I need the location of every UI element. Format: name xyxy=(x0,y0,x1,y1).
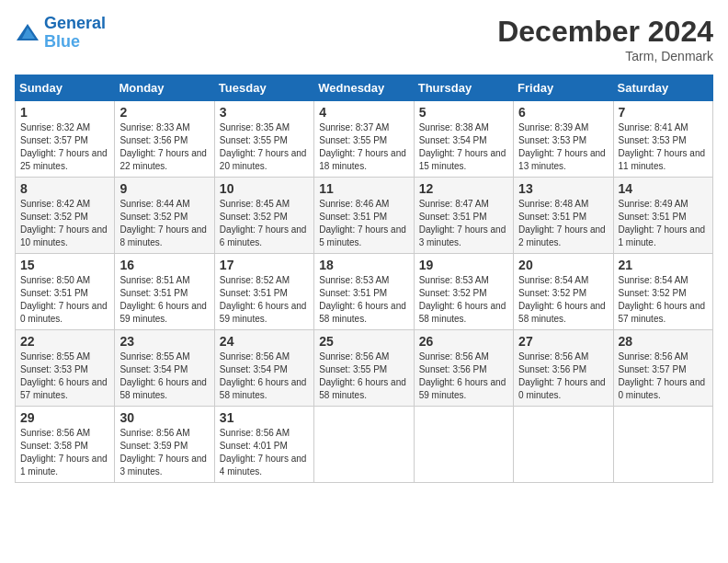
day-number: 17 xyxy=(220,258,309,272)
day-number: 20 xyxy=(518,258,608,272)
day-number: 3 xyxy=(220,105,309,120)
calendar-cell: 23Sunrise: 8:55 AMSunset: 3:54 PMDayligh… xyxy=(115,330,214,407)
calendar-cell: 18Sunrise: 8:53 AMSunset: 3:51 PMDayligh… xyxy=(314,254,414,330)
logo: General Blue xyxy=(15,15,106,52)
col-header-friday: Friday xyxy=(514,75,613,101)
day-number: 9 xyxy=(119,181,209,196)
calendar-cell: 22Sunrise: 8:55 AMSunset: 3:53 PMDayligh… xyxy=(16,330,115,407)
calendar-cell: 17Sunrise: 8:52 AMSunset: 3:51 PMDayligh… xyxy=(214,254,313,330)
day-number: 5 xyxy=(419,105,508,120)
logo-icon xyxy=(15,22,40,44)
day-info: Sunrise: 8:56 AMSunset: 3:57 PMDaylight:… xyxy=(619,350,708,402)
day-info: Sunrise: 8:54 AMSunset: 3:52 PMDaylight:… xyxy=(619,274,708,326)
day-number: 12 xyxy=(419,181,508,196)
day-info: Sunrise: 8:39 AMSunset: 3:53 PMDaylight:… xyxy=(518,121,608,173)
calendar-cell: 6Sunrise: 8:39 AMSunset: 3:53 PMDaylight… xyxy=(514,101,613,178)
week-row-4: 22Sunrise: 8:55 AMSunset: 3:53 PMDayligh… xyxy=(16,330,713,407)
day-info: Sunrise: 8:52 AMSunset: 3:51 PMDaylight:… xyxy=(220,274,309,326)
col-header-monday: Monday xyxy=(115,75,214,101)
day-number: 28 xyxy=(619,334,708,349)
calendar-cell xyxy=(414,407,513,483)
calendar-cell: 28Sunrise: 8:56 AMSunset: 3:57 PMDayligh… xyxy=(613,330,712,407)
col-header-wednesday: Wednesday xyxy=(314,75,414,101)
day-info: Sunrise: 8:53 AMSunset: 3:52 PMDaylight:… xyxy=(419,274,508,326)
day-info: Sunrise: 8:51 AMSunset: 3:51 PMDaylight:… xyxy=(119,274,209,326)
calendar-cell: 20Sunrise: 8:54 AMSunset: 3:52 PMDayligh… xyxy=(514,254,613,330)
day-info: Sunrise: 8:48 AMSunset: 3:51 PMDaylight:… xyxy=(518,198,608,249)
day-info: Sunrise: 8:53 AMSunset: 3:51 PMDaylight:… xyxy=(319,274,408,326)
day-number: 11 xyxy=(319,181,408,196)
calendar-cell: 10Sunrise: 8:45 AMSunset: 3:52 PMDayligh… xyxy=(214,178,313,254)
calendar-cell: 4Sunrise: 8:37 AMSunset: 3:55 PMDaylight… xyxy=(314,101,414,178)
day-number: 27 xyxy=(518,334,608,349)
calendar-cell xyxy=(314,407,414,483)
calendar-cell: 1Sunrise: 8:32 AMSunset: 3:57 PMDaylight… xyxy=(16,101,115,178)
day-info: Sunrise: 8:50 AMSunset: 3:51 PMDaylight:… xyxy=(20,274,109,326)
day-info: Sunrise: 8:55 AMSunset: 3:54 PMDaylight:… xyxy=(119,350,209,402)
day-info: Sunrise: 8:55 AMSunset: 3:53 PMDaylight:… xyxy=(20,350,109,402)
calendar-cell: 16Sunrise: 8:51 AMSunset: 3:51 PMDayligh… xyxy=(115,254,214,330)
day-number: 15 xyxy=(20,258,109,272)
day-info: Sunrise: 8:46 AMSunset: 3:51 PMDaylight:… xyxy=(319,198,408,249)
day-info: Sunrise: 8:45 AMSunset: 3:52 PMDaylight:… xyxy=(220,198,309,249)
day-info: Sunrise: 8:49 AMSunset: 3:51 PMDaylight:… xyxy=(619,198,708,249)
calendar-cell: 9Sunrise: 8:44 AMSunset: 3:52 PMDaylight… xyxy=(115,178,214,254)
day-number: 2 xyxy=(119,105,209,120)
week-row-5: 29Sunrise: 8:56 AMSunset: 3:58 PMDayligh… xyxy=(16,407,713,483)
location-subtitle: Tarm, Denmark xyxy=(497,49,713,63)
day-info: Sunrise: 8:56 AMSunset: 3:56 PMDaylight:… xyxy=(419,350,508,402)
day-number: 8 xyxy=(20,181,109,196)
calendar-cell xyxy=(514,407,613,483)
day-info: Sunrise: 8:56 AMSunset: 3:56 PMDaylight:… xyxy=(518,350,608,402)
day-number: 1 xyxy=(20,105,109,120)
calendar-cell: 12Sunrise: 8:47 AMSunset: 3:51 PMDayligh… xyxy=(414,178,513,254)
day-info: Sunrise: 8:33 AMSunset: 3:56 PMDaylight:… xyxy=(119,121,209,173)
day-number: 6 xyxy=(518,105,608,120)
day-info: Sunrise: 8:54 AMSunset: 3:52 PMDaylight:… xyxy=(518,274,608,326)
calendar-table: SundayMondayTuesdayWednesdayThursdayFrid… xyxy=(15,75,713,483)
day-number: 22 xyxy=(20,334,109,349)
day-number: 24 xyxy=(220,334,309,349)
day-number: 18 xyxy=(319,258,408,272)
page-header: General Blue December 2024 Tarm, Denmark xyxy=(15,15,713,63)
calendar-cell xyxy=(613,407,712,483)
month-title: December 2024 xyxy=(497,15,713,49)
day-number: 14 xyxy=(619,181,708,196)
calendar-cell: 8Sunrise: 8:42 AMSunset: 3:52 PMDaylight… xyxy=(16,178,115,254)
logo-text: General Blue xyxy=(44,15,106,52)
calendar-cell: 13Sunrise: 8:48 AMSunset: 3:51 PMDayligh… xyxy=(514,178,613,254)
col-header-thursday: Thursday xyxy=(414,75,513,101)
day-number: 16 xyxy=(119,258,209,272)
day-info: Sunrise: 8:47 AMSunset: 3:51 PMDaylight:… xyxy=(419,198,508,249)
week-row-3: 15Sunrise: 8:50 AMSunset: 3:51 PMDayligh… xyxy=(16,254,713,330)
day-info: Sunrise: 8:41 AMSunset: 3:53 PMDaylight:… xyxy=(619,121,708,173)
day-info: Sunrise: 8:32 AMSunset: 3:57 PMDaylight:… xyxy=(20,121,109,173)
day-info: Sunrise: 8:56 AMSunset: 3:59 PMDaylight:… xyxy=(119,427,209,478)
calendar-cell: 19Sunrise: 8:53 AMSunset: 3:52 PMDayligh… xyxy=(414,254,513,330)
day-info: Sunrise: 8:56 AMSunset: 3:58 PMDaylight:… xyxy=(20,427,109,478)
day-number: 25 xyxy=(319,334,408,349)
week-row-1: 1Sunrise: 8:32 AMSunset: 3:57 PMDaylight… xyxy=(16,101,713,178)
calendar-cell: 29Sunrise: 8:56 AMSunset: 3:58 PMDayligh… xyxy=(16,407,115,483)
calendar-cell: 26Sunrise: 8:56 AMSunset: 3:56 PMDayligh… xyxy=(414,330,513,407)
calendar-cell: 24Sunrise: 8:56 AMSunset: 3:54 PMDayligh… xyxy=(214,330,313,407)
title-block: December 2024 Tarm, Denmark xyxy=(497,15,713,63)
day-info: Sunrise: 8:35 AMSunset: 3:55 PMDaylight:… xyxy=(220,121,309,173)
day-number: 31 xyxy=(220,410,309,425)
day-number: 29 xyxy=(20,410,109,425)
calendar-cell: 5Sunrise: 8:38 AMSunset: 3:54 PMDaylight… xyxy=(414,101,513,178)
calendar-cell: 7Sunrise: 8:41 AMSunset: 3:53 PMDaylight… xyxy=(613,101,712,178)
calendar-cell: 25Sunrise: 8:56 AMSunset: 3:55 PMDayligh… xyxy=(314,330,414,407)
calendar-cell: 21Sunrise: 8:54 AMSunset: 3:52 PMDayligh… xyxy=(613,254,712,330)
day-number: 26 xyxy=(419,334,508,349)
day-number: 13 xyxy=(518,181,608,196)
day-info: Sunrise: 8:37 AMSunset: 3:55 PMDaylight:… xyxy=(319,121,408,173)
day-number: 4 xyxy=(319,105,408,120)
day-info: Sunrise: 8:44 AMSunset: 3:52 PMDaylight:… xyxy=(119,198,209,249)
day-number: 21 xyxy=(619,258,708,272)
calendar-cell: 11Sunrise: 8:46 AMSunset: 3:51 PMDayligh… xyxy=(314,178,414,254)
day-info: Sunrise: 8:56 AMSunset: 4:01 PMDaylight:… xyxy=(220,427,309,478)
day-info: Sunrise: 8:38 AMSunset: 3:54 PMDaylight:… xyxy=(419,121,508,173)
calendar-cell: 14Sunrise: 8:49 AMSunset: 3:51 PMDayligh… xyxy=(613,178,712,254)
calendar-cell: 31Sunrise: 8:56 AMSunset: 4:01 PMDayligh… xyxy=(214,407,313,483)
